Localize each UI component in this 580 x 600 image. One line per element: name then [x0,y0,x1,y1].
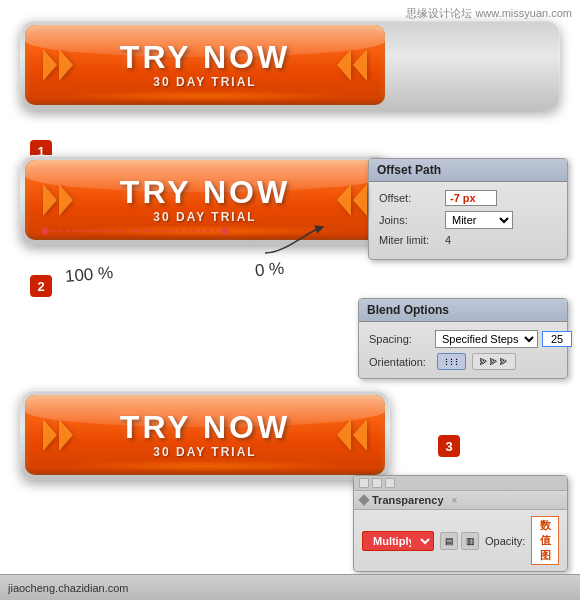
chevron-icon [59,184,73,216]
offset-input[interactable] [445,190,497,206]
opacity-label: Opacity: [485,535,525,547]
orientation-row: Orientation: ⫶⫶⫶ ⫸⫸⫸ [369,353,557,370]
miter-value: 4 [445,234,451,246]
trans-icon-area: ▤ ▥ [440,532,479,550]
button-3-inner[interactable]: TRY NOW 30 DAY TRIAL [25,395,385,475]
blend-mode-select[interactable]: Multiply [362,531,434,551]
trial-text-1: 30 DAY TRIAL [153,75,256,89]
chevron-icon [337,49,351,81]
chevrons-left-3 [43,419,73,451]
transparency-panel: Transparency × Multiply ▤ ▥ Opacity: 数值图 [353,475,568,572]
chevron-icon [353,49,367,81]
blend-options-panel: Blend Options Spacing: Specified Steps O… [358,298,568,379]
pct-100-label: 100 % [64,263,114,287]
svg-point-2 [222,228,229,235]
chevrons-left-2 [43,184,73,216]
transparency-title: Transparency [372,494,444,506]
chevron-icon [353,184,367,216]
try-now-text-3: TRY NOW [120,411,290,443]
orient-path-btn[interactable]: ⫸⫸⫸ [472,353,516,370]
step-badge-3: 3 [438,435,460,457]
svg-point-1 [42,228,49,235]
trial-text-2: 30 DAY TRIAL [153,210,256,224]
spacing-label: Spacing: [369,333,431,345]
opacity-value: 数值图 [531,516,559,565]
transparency-titlebar: Transparency × [354,491,567,510]
chevron-icon [337,419,351,451]
orientation-label: Orientation: [369,356,431,368]
close-button[interactable] [385,478,395,488]
chevrons-right-3 [337,419,367,451]
blend-panel-body: Spacing: Specified Steps Orientation: ⫶⫶… [359,322,567,378]
taskbar-text: jiaocheng.chazidian.com [8,582,128,594]
chevrons-left-1 [43,49,73,81]
offset-panel-title: Offset Path [369,159,567,182]
taskbar: jiaocheng.chazidian.com [0,574,580,600]
try-now-text-2: TRY NOW [120,176,290,208]
offset-panel-body: Offset: Joins: Miter Miter limit: 4 [369,182,567,259]
trans-title-area: Transparency × [360,494,457,506]
steps-input[interactable] [542,331,572,347]
chevron-icon [353,419,367,451]
button-1-inner[interactable]: TRY NOW 30 DAY TRIAL [25,25,385,105]
minimize-button[interactable] [359,478,369,488]
transparency-icon [358,494,369,505]
chevron-icon [43,49,57,81]
blend-panel-title: Blend Options [359,299,567,322]
transparency-controls: Multiply ▤ ▥ Opacity: 数值图 [354,510,567,571]
joins-label: Joins: [379,214,441,226]
try-now-text-1: TRY NOW [120,41,290,73]
spacing-select[interactable]: Specified Steps [435,330,538,348]
section-3: TRY NOW 30 DAY TRIAL 3 [20,390,390,480]
miter-label: Miter limit: [379,234,441,246]
chevrons-right-2 [337,184,367,216]
blend-spacing-row: Spacing: Specified Steps [369,330,557,348]
offset-label: Offset: [379,192,441,204]
watermark: 思缘设计论坛 www.missyuan.com [406,6,572,21]
offset-path-panel: Offset Path Offset: Joins: Miter Miter l… [368,158,568,260]
trans-icon-2[interactable]: ▥ [461,532,479,550]
chevron-icon [43,419,57,451]
step-badge-2: 2 [30,275,52,297]
offset-row: Offset: [379,190,557,206]
tab-x[interactable]: × [452,495,458,506]
trial-text-3: 30 DAY TRIAL [153,445,256,459]
chevrons-right-1 [337,49,367,81]
pct-0-label: 0 % [254,259,285,281]
joins-select[interactable]: Miter [445,211,513,229]
button-3-outer[interactable]: TRY NOW 30 DAY TRIAL [20,390,390,480]
chevron-icon [59,419,73,451]
orient-align-btn[interactable]: ⫶⫶⫶ [437,353,466,370]
chevron-icon [337,184,351,216]
restore-button[interactable] [372,478,382,488]
button-1-outer[interactable]: TRY NOW 30 DAY TRIAL [20,20,560,110]
trans-icon-1[interactable]: ▤ [440,532,458,550]
miter-row: Miter limit: 4 [379,234,557,246]
main-canvas: 思缘设计论坛 www.missyuan.com TRY NOW 30 DAY T… [0,0,580,600]
chevron-icon [43,184,57,216]
window-controls [359,478,395,488]
section-1: TRY NOW 30 DAY TRIAL 1 [20,20,560,110]
joins-row: Joins: Miter [379,211,557,229]
chevron-icon [59,49,73,81]
